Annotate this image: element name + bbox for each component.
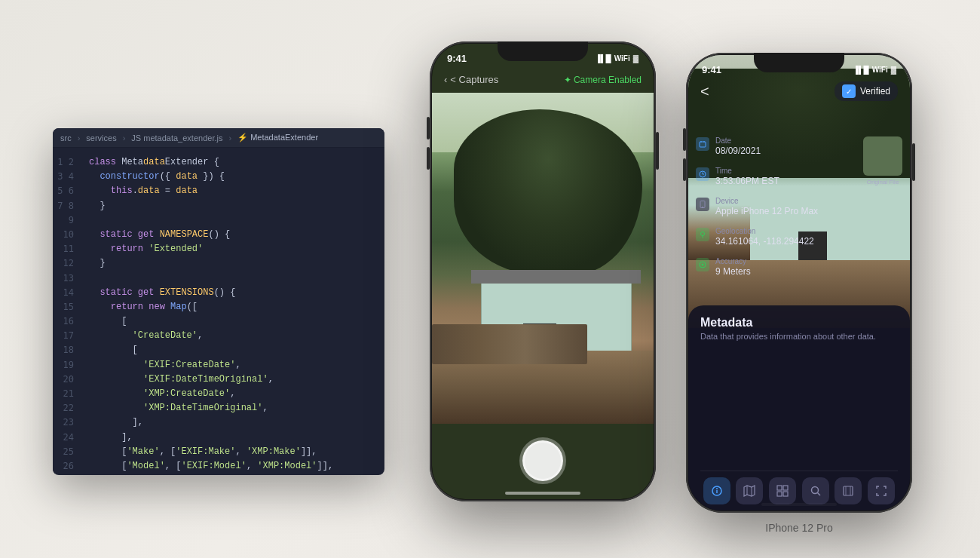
original-file-label: Original File — [862, 179, 904, 185]
geo-icon — [696, 228, 709, 241]
editor-titlebar: src › services › JS metadata_extender.js… — [53, 128, 384, 148]
device-icon — [696, 198, 709, 211]
verified-icon: ✓ — [842, 84, 856, 98]
back-chevron-icon: ‹ — [444, 74, 447, 85]
phone-left-screen: 9:41 ▐▌█ WiFi ▓ ‹ < Captures ✦ Camera En… — [432, 44, 654, 499]
meta-screen: 9:41 ▐▌█ WiFi ▓ < ✓ Verified — [688, 55, 910, 510]
wifi-icon: WiFi — [614, 54, 630, 63]
right-power-btn[interactable] — [912, 143, 915, 181]
line-numbers: 1 2 3 4 5 6 7 8 9 10 11 12 13 14 15 16 1… — [53, 148, 80, 474]
device-value: Apple iPhone 12 Pro Max — [715, 206, 902, 216]
camera-image-area — [432, 93, 654, 424]
svg-point-11 — [702, 264, 704, 266]
toolbar-search-btn[interactable] — [802, 477, 829, 504]
accuracy-text: Accuracy 9 Meters — [715, 257, 902, 277]
battery-icon: ▓ — [633, 54, 639, 63]
geo-row: Geolocation 34.161064, -118.294422 — [696, 225, 902, 249]
phone-notch — [498, 41, 588, 61]
svg-rect-0 — [700, 142, 706, 147]
phone-left: 9:41 ▐▌█ WiFi ▓ ‹ < Captures ✦ Camera En… — [430, 41, 656, 501]
power-btn[interactable] — [656, 132, 659, 170]
verified-badge: ✓ Verified — [835, 81, 898, 101]
photo-trees — [432, 109, 654, 275]
building-roof — [471, 270, 641, 284]
phone-right: 9:41 ▐▌█ WiFi ▓ < ✓ Verified — [686, 53, 912, 513]
toolbar-expand-btn[interactable] — [835, 477, 862, 504]
camera-time: 9:41 — [447, 53, 467, 64]
time-icon — [696, 167, 709, 181]
main-scene: src › services › JS metadata_extender.js… — [0, 0, 980, 558]
svg-line-23 — [817, 493, 820, 496]
svg-point-22 — [811, 487, 818, 494]
right-vol-up-btn[interactable] — [683, 128, 686, 151]
svg-rect-18 — [777, 486, 782, 490]
device-label: Device — [715, 197, 902, 205]
status-icons: ▐▌█ WiFi ▓ — [595, 54, 639, 63]
breadcrumb-class: ⚡ MetadataExtender — [237, 133, 318, 143]
date-icon — [696, 137, 709, 151]
toolbar-grid-btn[interactable] — [769, 477, 796, 504]
device-row: Device Apple iPhone 12 Pro Max — [696, 195, 902, 219]
breadcrumb-services: services — [86, 133, 116, 143]
shutter-button[interactable] — [522, 440, 563, 481]
meta-nav: < ✓ Verified — [688, 78, 910, 106]
svg-rect-24 — [844, 486, 853, 495]
geo-value: 34.161064, -118.294422 — [715, 236, 902, 247]
svg-marker-15 — [744, 486, 755, 496]
accuracy-value: 9 Meters — [715, 266, 902, 277]
accuracy-row: Accuracy 9 Meters — [696, 255, 902, 279]
device-text: Device Apple iPhone 12 Pro Max — [715, 197, 902, 216]
camera-nav: ‹ < Captures ✦ Camera Enabled — [432, 69, 654, 90]
meta-card-subtitle: Data that provides information about oth… — [700, 332, 898, 341]
svg-point-8 — [701, 232, 705, 236]
photo-tree-mass — [454, 109, 642, 275]
breadcrumb-src: src — [60, 133, 72, 143]
meta-time: 9:41 — [702, 64, 721, 75]
svg-point-13 — [716, 488, 718, 489]
accuracy-icon — [696, 258, 709, 271]
volume-up-btn[interactable] — [427, 117, 430, 140]
signal-icon: ▐▌█ — [595, 54, 611, 63]
camera-enabled-label: ✦ Camera Enabled — [564, 75, 642, 85]
editor-body: 1 2 3 4 5 6 7 8 9 10 11 12 13 14 15 16 1… — [53, 148, 384, 474]
svg-rect-20 — [777, 492, 782, 496]
accuracy-label: Accuracy — [715, 257, 902, 265]
meta-signal-icon: ▐▌█ — [853, 66, 868, 74]
photo-debris — [432, 324, 587, 364]
meta-back-button[interactable]: < — [700, 83, 709, 100]
meta-wifi-icon: WiFi — [872, 66, 888, 74]
captures-label: < Captures — [450, 74, 498, 85]
meta-toolbar — [700, 471, 898, 504]
phone-right-screen: 9:41 ▐▌█ WiFi ▓ < ✓ Verified — [688, 55, 910, 510]
back-to-captures[interactable]: ‹ < Captures — [444, 74, 498, 85]
photo-scene — [432, 93, 654, 424]
meta-battery-icon: ▓ — [891, 66, 896, 74]
toolbar-scan-btn[interactable] — [868, 477, 895, 504]
verified-label: Verified — [860, 86, 890, 97]
svg-rect-19 — [783, 486, 788, 490]
meta-status-bar: 9:41 ▐▌█ WiFi ▓ — [688, 55, 910, 78]
toolbar-metadata-btn[interactable] — [703, 477, 730, 504]
code-content: class MetadataExtender { constructor({ d… — [80, 148, 384, 474]
geo-label: Geolocation — [715, 227, 902, 235]
toolbar-map-btn[interactable] — [736, 477, 763, 504]
meta-status-icons: ▐▌█ WiFi ▓ — [853, 66, 896, 74]
meta-card-title: Metadata — [700, 316, 898, 330]
home-indicator — [505, 492, 580, 495]
camera-screen: 9:41 ▐▌█ WiFi ▓ ‹ < Captures ✦ Camera En… — [432, 44, 654, 499]
svg-rect-21 — [783, 492, 788, 496]
original-file-thumb[interactable] — [863, 136, 902, 176]
right-vol-down-btn[interactable] — [683, 158, 686, 181]
meta-card: Metadata Data that provides information … — [688, 305, 910, 510]
geo-text: Geolocation 34.161064, -118.294422 — [715, 227, 902, 247]
code-editor: src › services › JS metadata_extender.js… — [53, 128, 384, 475]
volume-down-btn[interactable] — [427, 147, 430, 170]
breadcrumb-file: JS metadata_extender.js — [131, 133, 222, 143]
iphone-model-label: IPhone 12 Pro — [765, 522, 833, 534]
